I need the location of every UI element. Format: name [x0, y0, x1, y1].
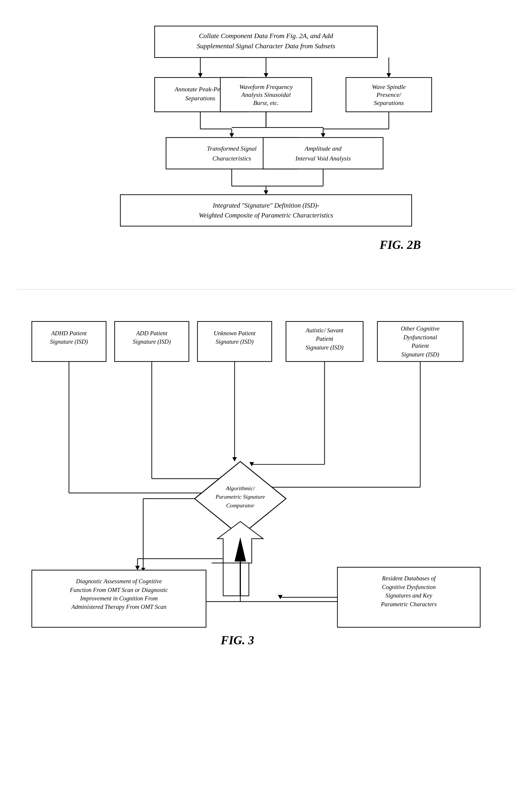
box5-line1: Amplitude and — [304, 145, 342, 152]
svg-marker-4 — [264, 73, 268, 78]
diag-line1: Diagnostic Assessment of Cognitive — [76, 578, 162, 585]
comparator-line3: Comparator — [226, 502, 254, 508]
top-box-line2: Supplemental Signal Character Data from … — [197, 42, 335, 50]
box2-line3: Burst, etc. — [253, 99, 279, 106]
svg-marker-13 — [230, 133, 234, 137]
svg-marker-19 — [321, 133, 325, 137]
resident-line3: Signatures and Key — [385, 592, 433, 599]
diag-line4: Administered Therapy From OMT Scan — [71, 604, 167, 610]
bottom-box-line1: Integrated "Signature" Definition (ISD)- — [212, 202, 319, 209]
resident-line4: Parametric Characters — [381, 601, 437, 607]
bottom-box-line2: Weighted Composite of Parametric Charact… — [199, 212, 333, 219]
comparator-line2: Parametric Signature — [215, 493, 265, 500]
resident-line2: Cognitive Dysfunction — [382, 584, 436, 590]
box4-line2: Characteristics — [212, 155, 251, 162]
box2-line2: Analysis Sinusoidal — [241, 91, 291, 98]
svg-rect-30 — [120, 195, 412, 226]
fig3-label: FIG. 3 — [221, 633, 254, 647]
box3-line2: Presence/ — [376, 91, 401, 98]
box1-line1: Annotate Peak-Peak — [174, 86, 226, 93]
top-box-line1: Collate Component Data From Fig. 2A, and… — [199, 32, 333, 39]
box5-line2: Interval Void Analysis — [295, 155, 351, 162]
box3-line3: Separations — [374, 99, 404, 106]
fig2b-label: FIG. 2B — [379, 238, 421, 252]
adhd-box-line1: ADHD Patient — [51, 330, 87, 336]
box1-line2: Separations — [185, 95, 215, 102]
fig3-section: ADHD Patient Signature (ISD) ADD Patient… — [17, 307, 515, 713]
add-box-line1: ADD Patient — [136, 330, 168, 336]
autistic-box-line3: Signature (ISD) — [306, 344, 344, 351]
other-box-line4: Signature (ISD) — [401, 351, 439, 357]
svg-rect-55 — [223, 562, 249, 596]
unknown-box-line2: Signature (ISD) — [215, 338, 254, 345]
fig2b-section: Collate Component Data From Fig. 2A, and… — [17, 12, 515, 280]
box2-line1: Waveform Frequency — [240, 84, 293, 90]
box3-line1: Wave Spindle — [372, 84, 406, 90]
resident-line1: Resident Databases of — [382, 575, 437, 582]
unknown-box-line1: Unknown Patient — [213, 330, 256, 336]
svg-marker-54 — [135, 566, 140, 570]
add-box-line2: Signature (ISD) — [133, 338, 171, 345]
svg-rect-23 — [263, 137, 383, 169]
other-box-line3: Patient — [411, 343, 429, 349]
section-divider — [17, 289, 515, 290]
box4-line1: Transformed Signal — [207, 145, 256, 152]
other-box-line2: Dysfunctional — [403, 334, 437, 341]
autistic-box-line1: Autistic/ Savant — [305, 327, 344, 333]
comparator-line1: Algorithmic/ — [225, 485, 255, 491]
other-box-line1: Other Cognitive — [401, 325, 440, 332]
adhd-box-line2: Signature (ISD) — [50, 338, 88, 345]
svg-marker-43 — [232, 457, 237, 461]
svg-rect-0 — [155, 26, 377, 58]
svg-marker-6 — [386, 73, 391, 78]
diag-line2: Function From OMT Scan or Diagnostic — [70, 586, 168, 593]
svg-marker-27 — [264, 190, 268, 195]
diag-line3: Improvement in Cognition From — [80, 595, 158, 602]
svg-marker-2 — [198, 73, 203, 78]
autistic-box-line2: Patient — [316, 335, 334, 342]
